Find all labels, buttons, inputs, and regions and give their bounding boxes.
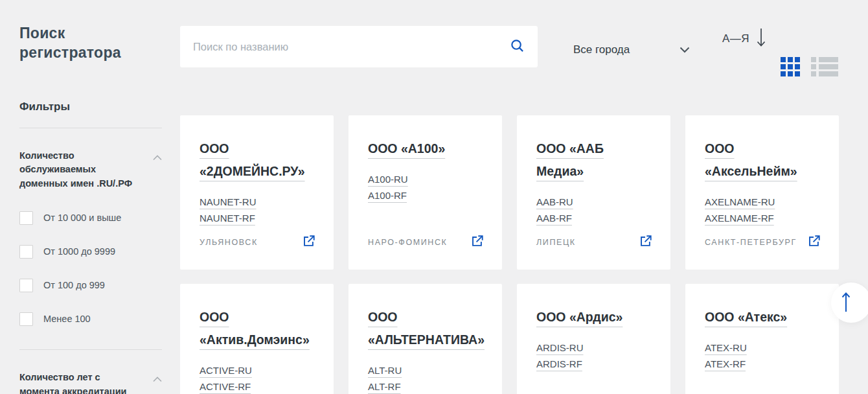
card-footer: УЛЬЯНОВСК xyxy=(200,234,315,250)
filter-checkbox[interactable] xyxy=(19,279,33,292)
filter-option[interactable]: От 10 000 и выше xyxy=(19,211,162,225)
city-filter-value: Все города xyxy=(573,43,630,56)
registrar-code-link[interactable]: ATEX-RU xyxy=(705,340,747,356)
registrar-code-links: ARDIS-RUARDIS-RF xyxy=(536,340,652,372)
registrar-code-link[interactable]: ACTIVE-RU xyxy=(200,362,252,378)
external-link-button[interactable] xyxy=(470,234,484,250)
registrar-name-link[interactable]: ООО «АксельНейм» xyxy=(705,137,821,183)
registrar-code-link[interactable]: A100-RU xyxy=(368,171,408,187)
filter-option[interactable]: От 1000 до 9999 xyxy=(19,245,162,259)
registrar-code-link[interactable]: A100-RF xyxy=(368,187,407,203)
external-link-icon xyxy=(806,234,821,250)
registrar-city: ЛИПЕЦК xyxy=(536,238,576,247)
card-footer: ЛИПЕЦК xyxy=(536,234,652,250)
registrar-card: ООО «АксельНейм» AXELNAME-RUAXELNAME-RF … xyxy=(685,115,839,270)
filter-group-title: Количество лет с момента аккредитации xyxy=(19,371,143,394)
registrar-city: УЛЬЯНОВСК xyxy=(200,238,258,247)
scroll-to-top-button[interactable] xyxy=(831,283,868,323)
registrar-card: ООО «АЛЬТЕРНАТИВА» ALT-RUALT-RF xyxy=(348,284,502,394)
card-footer: НАРО-ФОМИНСК xyxy=(368,234,484,250)
registrar-code-link[interactable]: AXELNAME-RU xyxy=(705,194,775,210)
grid-view-button[interactable] xyxy=(781,57,800,76)
registrar-code-link[interactable]: ATEX-RF xyxy=(705,356,746,372)
filter-group-header[interactable]: Количество обслуживаемых доменных имен .… xyxy=(19,149,162,191)
external-link-icon xyxy=(638,234,652,250)
registrar-code-links: AAB-RUAAB-RF xyxy=(536,194,652,226)
external-link-icon xyxy=(470,234,484,250)
registrar-code-links: ATEX-RUATEX-RF xyxy=(705,340,821,372)
registrar-code-links: A100-RUA100-RF xyxy=(368,171,484,203)
external-link-icon xyxy=(301,234,315,250)
registrar-name-link[interactable]: ООО «ААБ Медиа» xyxy=(536,137,652,183)
registrar-name-link[interactable]: ООО «Ардис» xyxy=(536,306,652,329)
registrar-name-link[interactable]: ООО «А100» xyxy=(368,137,484,160)
filter-checkbox[interactable] xyxy=(19,211,33,225)
filter-checkbox[interactable] xyxy=(19,312,33,326)
registrar-city: НАРО-ФОМИНСК xyxy=(368,238,447,247)
view-toggles xyxy=(781,57,838,76)
registrar-city: САНКТ-ПЕТЕРБУРГ xyxy=(705,238,797,247)
registrar-code-links: NAUNET-RUNAUNET-RF xyxy=(200,194,315,226)
registrar-code-links: AXELNAME-RUAXELNAME-RF xyxy=(705,194,821,226)
registrar-card: ООО «А100» A100-RUA100-RF НАРО-ФОМИНСК xyxy=(348,115,502,270)
filter-option-label: От 10 000 и выше xyxy=(43,213,121,223)
registrar-name-link[interactable]: ООО «2ДОМЕЙНС.РУ» xyxy=(200,137,315,183)
registrar-code-link[interactable]: ALT-RF xyxy=(368,378,401,394)
registrar-code-links: ACTIVE-RUACTIVE-RF xyxy=(200,362,315,394)
registrar-code-link[interactable]: AAB-RF xyxy=(536,210,572,226)
page-title: Поиск регистратора xyxy=(19,23,162,63)
search-input[interactable] xyxy=(180,26,506,67)
registrar-cards-grid: ООО «2ДОМЕЙНС.РУ» NAUNET-RUNAUNET-RF УЛЬ… xyxy=(180,115,839,394)
filter-option[interactable]: Менее 100 xyxy=(19,312,162,326)
external-link-button[interactable] xyxy=(301,234,315,250)
sort-descending-arrow-icon xyxy=(756,27,766,51)
filter-groups: Количество обслуживаемых доменных имен .… xyxy=(19,149,162,394)
sidebar-divider xyxy=(19,349,162,350)
registrar-name-link[interactable]: ООО «Актив.Домэинс» xyxy=(200,306,315,351)
registrar-code-link[interactable]: AAB-RU xyxy=(536,194,573,210)
filters-sidebar: Поиск регистратора Фильтры Количество об… xyxy=(19,0,162,394)
filter-group: Количество обслуживаемых доменных имен .… xyxy=(19,149,162,350)
filter-group: Количество лет с момента аккредитации xyxy=(19,371,162,394)
registrar-code-link[interactable]: ARDIS-RU xyxy=(536,340,584,356)
filter-group-title: Количество обслуживаемых доменных имен .… xyxy=(19,149,143,191)
sort-alphabetical-control[interactable]: А—Я xyxy=(722,27,766,51)
filter-group-header[interactable]: Количество лет с момента аккредитации xyxy=(19,371,162,394)
filter-checkbox[interactable] xyxy=(19,245,33,259)
registrar-code-link[interactable]: ALT-RU xyxy=(368,362,402,378)
registrar-code-links: ALT-RUALT-RF xyxy=(368,362,484,394)
registrar-card: ООО «Атекс» ATEX-RUATEX-RF xyxy=(685,284,839,394)
external-link-button[interactable] xyxy=(638,234,652,250)
search-icon xyxy=(510,38,525,55)
city-filter-select[interactable]: Все города xyxy=(573,39,690,61)
registrar-card: ООО «Актив.Домэинс» ACTIVE-RUACTIVE-RF xyxy=(180,284,334,394)
chevron-down-icon xyxy=(680,44,690,56)
registrar-code-link[interactable]: NAUNET-RU xyxy=(200,194,257,210)
filter-options: От 10 000 и выше От 1000 до 9999 От 100 … xyxy=(19,211,162,326)
registrar-card: ООО «Ардис» ARDIS-RUARDIS-RF xyxy=(517,284,670,394)
sort-label: А—Я xyxy=(722,32,749,45)
registrar-code-link[interactable]: AXELNAME-RF xyxy=(705,210,774,226)
filter-option-label: От 1000 до 9999 xyxy=(43,246,115,257)
chevron-up-icon[interactable] xyxy=(153,373,162,385)
search-button[interactable] xyxy=(506,38,538,55)
filter-option[interactable]: От 100 до 999 xyxy=(19,279,162,292)
registrar-search-page: { "sidebar": { "title": "Поиск регистрат… xyxy=(0,0,868,394)
sidebar-divider xyxy=(19,128,162,128)
registrar-name-link[interactable]: ООО «Атекс» xyxy=(705,306,821,329)
external-link-button[interactable] xyxy=(806,234,821,250)
registrar-code-link[interactable]: ARDIS-RF xyxy=(536,356,582,372)
registrar-name-link[interactable]: ООО «АЛЬТЕРНАТИВА» xyxy=(368,306,484,351)
arrow-up-icon xyxy=(841,291,851,315)
card-footer: САНКТ-ПЕТЕРБУРГ xyxy=(705,234,821,250)
registrar-code-link[interactable]: NAUNET-RF xyxy=(200,210,255,226)
filter-option-label: От 100 до 999 xyxy=(43,280,105,290)
filters-heading: Фильтры xyxy=(19,100,162,113)
registrar-code-link[interactable]: ACTIVE-RF xyxy=(200,378,251,394)
registrar-card: ООО «2ДОМЕЙНС.РУ» NAUNET-RUNAUNET-RF УЛЬ… xyxy=(180,115,334,270)
registrar-card: ООО «ААБ Медиа» AAB-RUAAB-RF ЛИПЕЦК xyxy=(517,115,670,270)
list-view-button[interactable] xyxy=(811,57,838,76)
chevron-up-icon[interactable] xyxy=(153,152,162,163)
search-box xyxy=(180,26,538,67)
filter-option-label: Менее 100 xyxy=(43,314,91,324)
